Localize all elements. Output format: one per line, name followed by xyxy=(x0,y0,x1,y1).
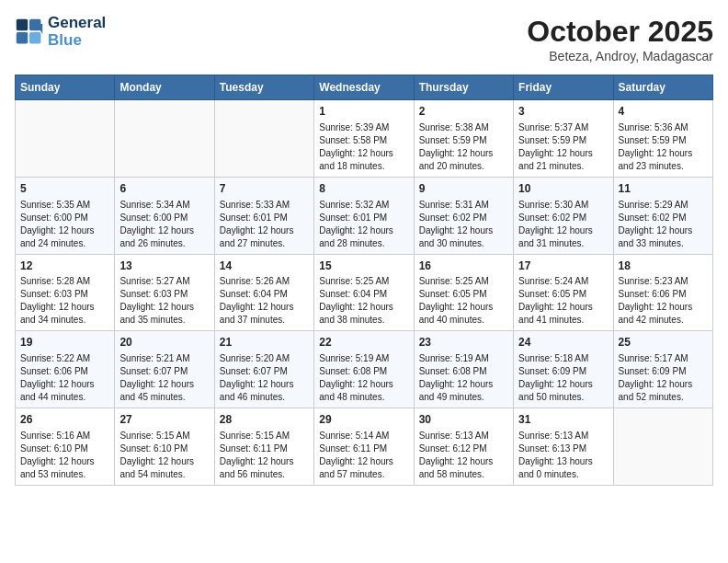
day-info: and 44 minutes. xyxy=(20,391,109,404)
day-info: Daylight: 12 hours xyxy=(319,301,408,314)
svg-rect-3 xyxy=(17,32,28,43)
day-number: 8 xyxy=(319,181,408,197)
day-info: Daylight: 12 hours xyxy=(20,224,109,237)
day-number: 24 xyxy=(518,335,608,350)
day-info: Daylight: 12 hours xyxy=(619,147,708,160)
day-info: Sunset: 6:03 PM xyxy=(20,288,109,301)
day-info: Daylight: 12 hours xyxy=(20,378,109,391)
calendar-cell: 18Sunrise: 5:23 AMSunset: 6:06 PMDayligh… xyxy=(613,254,712,331)
logo-icon xyxy=(15,17,44,47)
day-info: Sunrise: 5:15 AM xyxy=(119,430,209,442)
day-info: and 50 minutes. xyxy=(518,391,608,404)
day-info: and 53 minutes. xyxy=(20,468,109,481)
calendar-cell: 16Sunrise: 5:25 AMSunset: 6:05 PMDayligh… xyxy=(414,254,513,331)
day-info: Sunset: 6:06 PM xyxy=(20,365,109,378)
day-info: Daylight: 12 hours xyxy=(220,224,309,237)
day-info: and 58 minutes. xyxy=(419,468,508,481)
day-number: 12 xyxy=(20,259,109,274)
month-title: October 2025 xyxy=(527,15,713,49)
day-info: Sunset: 6:01 PM xyxy=(319,212,408,224)
day-info: and 42 minutes. xyxy=(619,314,708,327)
calendar-cell: 12Sunrise: 5:28 AMSunset: 6:03 PMDayligh… xyxy=(16,254,115,331)
day-info: Sunset: 6:02 PM xyxy=(518,212,608,224)
day-number: 15 xyxy=(319,259,408,274)
weekday-header-saturday: Saturday xyxy=(613,75,712,100)
day-info: Daylight: 12 hours xyxy=(619,378,708,391)
day-info: and 57 minutes. xyxy=(319,468,408,481)
day-info: Sunset: 6:04 PM xyxy=(220,288,309,301)
day-number: 29 xyxy=(319,412,408,428)
day-info: Sunset: 6:06 PM xyxy=(619,288,708,301)
day-info: and 41 minutes. xyxy=(518,314,608,327)
svg-rect-1 xyxy=(17,18,28,29)
calendar-cell: 21Sunrise: 5:20 AMSunset: 6:07 PMDayligh… xyxy=(214,331,313,408)
calendar-cell: 7Sunrise: 5:33 AMSunset: 6:01 PMDaylight… xyxy=(214,177,313,254)
weekday-header-wednesday: Wednesday xyxy=(314,75,414,100)
calendar-cell: 6Sunrise: 5:34 AMSunset: 6:00 PMDaylight… xyxy=(115,177,214,254)
day-info: Sunset: 6:05 PM xyxy=(419,288,508,301)
week-row-4: 19Sunrise: 5:22 AMSunset: 6:06 PMDayligh… xyxy=(16,331,713,408)
logo: General Blue xyxy=(15,15,106,49)
day-info: Sunrise: 5:15 AM xyxy=(220,430,309,442)
day-info: and 27 minutes. xyxy=(220,237,309,250)
day-info: Sunset: 6:00 PM xyxy=(20,212,109,224)
calendar-cell: 30Sunrise: 5:13 AMSunset: 6:12 PMDayligh… xyxy=(414,408,513,486)
day-number: 17 xyxy=(518,259,608,274)
calendar-cell: 22Sunrise: 5:19 AMSunset: 6:08 PMDayligh… xyxy=(314,331,414,408)
day-info: Daylight: 12 hours xyxy=(619,301,708,314)
day-info: Daylight: 12 hours xyxy=(220,378,309,391)
day-info: Sunrise: 5:36 AM xyxy=(619,121,708,134)
week-row-5: 26Sunrise: 5:16 AMSunset: 6:10 PMDayligh… xyxy=(16,408,713,486)
calendar-cell xyxy=(115,100,214,178)
weekday-header-tuesday: Tuesday xyxy=(214,75,313,100)
day-info: Daylight: 12 hours xyxy=(119,455,209,468)
day-number: 20 xyxy=(119,335,209,350)
day-info: Sunset: 5:59 PM xyxy=(518,134,608,147)
day-info: and 52 minutes. xyxy=(619,391,708,404)
calendar-cell: 23Sunrise: 5:19 AMSunset: 6:08 PMDayligh… xyxy=(414,331,513,408)
day-info: Daylight: 12 hours xyxy=(20,301,109,314)
day-number: 31 xyxy=(518,412,608,428)
day-info: Sunrise: 5:32 AM xyxy=(319,199,408,212)
calendar-table: SundayMondayTuesdayWednesdayThursdayFrid… xyxy=(15,75,713,486)
svg-rect-4 xyxy=(29,32,40,43)
day-info: Sunrise: 5:22 AM xyxy=(20,352,109,365)
calendar-cell: 20Sunrise: 5:21 AMSunset: 6:07 PMDayligh… xyxy=(115,331,214,408)
day-info: and 0 minutes. xyxy=(518,468,608,481)
day-info: Sunset: 5:59 PM xyxy=(619,134,708,147)
day-info: Daylight: 13 hours xyxy=(518,455,608,468)
day-number: 21 xyxy=(220,335,309,350)
calendar-cell: 19Sunrise: 5:22 AMSunset: 6:06 PMDayligh… xyxy=(16,331,115,408)
day-info: Sunrise: 5:26 AM xyxy=(220,275,309,288)
day-info: Daylight: 12 hours xyxy=(319,224,408,237)
logo-line2: Blue xyxy=(48,32,106,50)
day-info: Daylight: 12 hours xyxy=(419,301,508,314)
weekday-header-thursday: Thursday xyxy=(414,75,513,100)
day-info: and 54 minutes. xyxy=(119,468,209,481)
day-info: Sunset: 6:01 PM xyxy=(220,212,309,224)
day-info: and 45 minutes. xyxy=(119,391,209,404)
day-number: 13 xyxy=(119,259,209,274)
day-number: 22 xyxy=(319,335,408,350)
week-row-1: 1Sunrise: 5:39 AMSunset: 5:58 PMDaylight… xyxy=(16,100,713,178)
day-number: 1 xyxy=(319,104,408,120)
day-info: and 49 minutes. xyxy=(419,391,508,404)
day-info: Daylight: 12 hours xyxy=(518,378,608,391)
day-info: Sunrise: 5:18 AM xyxy=(518,352,608,365)
calendar-cell: 1Sunrise: 5:39 AMSunset: 5:58 PMDaylight… xyxy=(314,100,414,178)
day-info: Sunrise: 5:37 AM xyxy=(518,121,608,134)
day-info: Daylight: 12 hours xyxy=(518,147,608,160)
calendar-cell: 13Sunrise: 5:27 AMSunset: 6:03 PMDayligh… xyxy=(115,254,214,331)
day-info: Sunset: 6:07 PM xyxy=(119,365,209,378)
day-info: Sunset: 5:58 PM xyxy=(319,134,408,147)
calendar-cell: 31Sunrise: 5:13 AMSunset: 6:13 PMDayligh… xyxy=(514,408,613,486)
day-info: and 31 minutes. xyxy=(518,237,608,250)
day-info: and 23 minutes. xyxy=(619,160,708,173)
day-info: Daylight: 12 hours xyxy=(419,455,508,468)
day-info: Daylight: 12 hours xyxy=(319,378,408,391)
day-number: 26 xyxy=(20,412,109,428)
day-number: 9 xyxy=(419,181,508,197)
day-info: Sunrise: 5:38 AM xyxy=(419,121,508,134)
day-info: Sunset: 6:11 PM xyxy=(220,442,309,455)
day-info: Daylight: 12 hours xyxy=(119,301,209,314)
